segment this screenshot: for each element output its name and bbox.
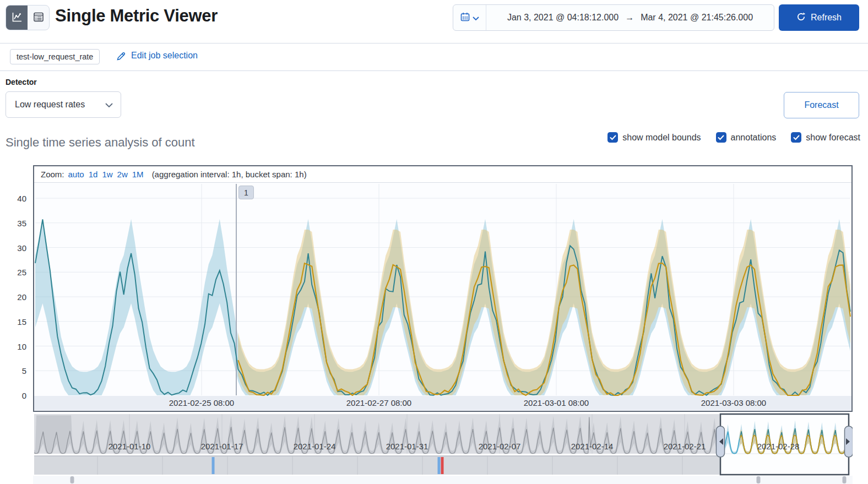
svg-text:2021-02-28: 2021-02-28 [757,442,800,451]
svg-text:2021-01-24: 2021-01-24 [294,442,336,451]
zoom-bar: Zoom: auto1d1w2w1M (aggregation interval… [34,166,851,183]
y-axis-tick-15: 15 [3,317,26,328]
aggregation-note: (aggregation interval: 1h, bucket span: … [152,170,307,179]
checkbox-show-forecast[interactable]: show forecast [791,132,860,143]
y-axis-tick-5: 5 [3,366,26,377]
checkbox-label: annotations [731,133,777,143]
chart-view-toggle-button[interactable] [6,6,28,30]
header-divider [0,43,868,43]
datepicker-calendar-button[interactable] [453,5,486,30]
svg-text:2021-01-31: 2021-01-31 [386,442,428,451]
view-toggle-group [6,5,50,30]
datepicker-range[interactable]: Jan 3, 2021 @ 04:18:12.000 → Mar 4, 2021… [486,5,774,30]
svg-text:2021-02-07: 2021-02-07 [479,442,521,451]
checkbox-label: show model bounds [622,133,701,143]
page-title: Single Metric Viewer [55,6,218,26]
detector-label: Detector [6,78,37,86]
brush-handle-right[interactable] [845,426,853,457]
svg-text:2021-03-01 08:00: 2021-03-01 08:00 [524,398,589,407]
svg-text:2021-02-14: 2021-02-14 [571,442,614,451]
y-axis-tick-30: 30 [3,243,26,254]
zoom-link-2w[interactable]: 2w [117,170,128,179]
range-end[interactable]: Mar 4, 2021 @ 21:45:26.000 [641,13,753,23]
chart-option-checkboxes: show model boundsannotationsshow forecas… [607,132,860,143]
zoom-link-auto[interactable]: auto [68,170,84,179]
checkbox-checked-icon[interactable] [716,132,726,143]
table-icon [32,11,45,25]
main-time-series-chart[interactable]: 2021-02-25 08:002021-02-27 08:002021-03-… [34,183,851,410]
zoom-links: auto1d1w2w1M [68,170,144,179]
zoom-label: Zoom: [41,170,64,179]
y-axis-tick-10: 10 [3,341,26,352]
svg-text:2021-02-21: 2021-02-21 [664,442,706,451]
chevron-down-icon [473,13,479,23]
zoom-link-1w[interactable]: 1w [102,170,112,179]
context-overview-chart[interactable]: 2021-01-102021-01-172021-01-242021-01-31… [33,413,853,484]
chevron-down-icon [105,100,113,110]
job-id-badge[interactable]: test-low_request_rate [10,49,100,64]
y-axis-tick-35: 35 [3,218,26,229]
checkbox-checked-icon[interactable] [607,132,618,143]
checkbox-label: show forecast [806,133,860,143]
pencil-icon [116,51,126,63]
y-axis-tick-40: 40 [3,193,26,204]
svg-text:2021-02-25 08:00: 2021-02-25 08:00 [169,398,234,407]
brush-handle-left[interactable] [717,426,725,457]
zoom-link-1M[interactable]: 1M [132,170,144,179]
time-range-picker: Jan 3, 2021 @ 04:18:12.000 → Mar 4, 2021… [453,4,774,31]
checkbox-show-model-bounds[interactable]: show model bounds [607,132,701,143]
svg-text:2021-03-03 08:00: 2021-03-03 08:00 [701,398,766,407]
time-series-chart-panel: Zoom: auto1d1w2w1M (aggregation interval… [33,165,853,412]
edit-job-selection-link[interactable]: Edit job selection [131,51,198,61]
range-start[interactable]: Jan 3, 2021 @ 04:18:12.000 [507,13,619,23]
detector-selected-value: Low request rates [15,100,85,110]
section-title: Single time series analysis of count [6,135,195,150]
refresh-label: Refresh [811,13,842,23]
forecast-button[interactable]: Forecast [784,92,859,118]
range-arrow-icon: → [625,13,634,23]
checkbox-checked-icon[interactable] [791,132,801,143]
svg-text:2021-02-27 08:00: 2021-02-27 08:00 [346,398,411,407]
y-axis-tick-0: 0 [3,390,26,401]
svg-text:2021-01-10: 2021-01-10 [109,442,151,451]
checkbox-annotations[interactable]: annotations [716,132,777,143]
zoom-link-1d[interactable]: 1d [89,170,98,179]
refresh-button[interactable]: Refresh [779,4,859,31]
detector-select[interactable]: Low request rates [6,91,121,118]
refresh-icon [796,12,806,24]
annotation-marker-badge[interactable]: 1 [238,186,254,199]
table-view-toggle-button[interactable] [28,6,49,30]
single-metric-viewer-page: Single Metric Viewer Jan 3, 2021 @ 04:18… [0,0,868,484]
svg-text:2021-01-17: 2021-01-17 [201,442,243,451]
job-divider [0,70,868,71]
calendar-icon [460,12,470,24]
y-axis-tick-20: 20 [3,292,26,303]
line-chart-icon [11,11,23,25]
y-axis-tick-25: 25 [3,267,26,278]
